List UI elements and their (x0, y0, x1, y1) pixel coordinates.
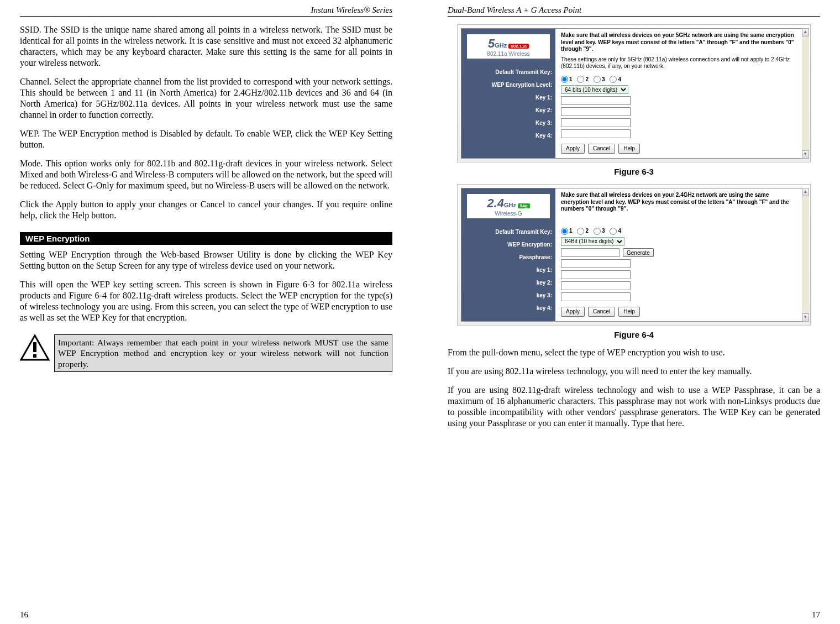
svg-rect-1 (33, 342, 36, 352)
label-key2: key 2: (461, 278, 552, 288)
key4-input[interactable] (561, 129, 631, 138)
key2-input[interactable] (561, 270, 631, 279)
para-80211a-manual: If you are using 802.11a wireless techno… (448, 366, 820, 377)
figure-6-4-screenshot: ▴ ▾ 2.4GHz 54g Wireless-G Default Transm… (457, 184, 811, 325)
cancel-button[interactable]: Cancel (588, 307, 615, 317)
key3-input[interactable] (561, 281, 631, 290)
label-key1: Key 1: (461, 93, 552, 103)
transmit-key-2-radio[interactable] (577, 228, 584, 235)
key1-input[interactable] (561, 96, 631, 105)
scroll-down-icon[interactable]: ▾ (802, 313, 809, 322)
transmit-key-4-radio[interactable] (610, 228, 617, 235)
transmit-key-1-radio[interactable] (561, 76, 568, 83)
label-encryption-level: WEP Encryption Level: (461, 80, 552, 90)
band-badge-24ghz: 2.4GHz 54g Wireless-G (467, 194, 550, 219)
label-transmit-key: Default Transmit Key: (461, 227, 552, 237)
para-80211g-passphrase: If you are using 802.11g-draft wireless … (448, 385, 820, 429)
label-key4: key 4: (461, 303, 552, 313)
key1-input[interactable] (561, 259, 631, 268)
scrollbar[interactable]: ▴ ▾ (802, 28, 809, 159)
page-number-left: 16 (20, 610, 28, 620)
scroll-up-icon[interactable]: ▴ (802, 188, 809, 196)
transmit-key-4-radio[interactable] (610, 76, 617, 83)
apply-button[interactable]: Apply (561, 144, 585, 154)
label-key3: key 3: (461, 291, 552, 301)
figure-6-4-caption: Figure 6-4 (448, 330, 820, 339)
apply-button[interactable]: Apply (561, 307, 585, 317)
para-ssid: SSID. The SSID is the unique name shared… (20, 24, 392, 69)
band-chip-54g: 54g (518, 203, 530, 208)
important-callout: Important: Always remember that each poi… (54, 334, 392, 372)
help-button[interactable]: Help (618, 307, 640, 317)
para-apply: Click the Apply button to apply your cha… (20, 199, 392, 221)
label-transmit-key: Default Transmit Key: (461, 67, 552, 77)
scroll-up-icon[interactable]: ▴ (802, 28, 809, 36)
notice-5ghz-2: These settings are only for 5GHz (802.11… (561, 56, 799, 70)
label-key1: key 1: (461, 265, 552, 275)
label-passphrase: Passphrase: (461, 253, 552, 263)
scrollbar[interactable]: ▴ ▾ (802, 188, 809, 321)
key2-input[interactable] (561, 107, 631, 116)
generate-button[interactable]: Generate (623, 248, 654, 257)
para-wep-setting: Setting WEP Encryption through the Web-b… (20, 249, 392, 271)
para-channel: Channel. Select the appropriate channel … (20, 76, 392, 120)
svg-rect-2 (33, 354, 36, 358)
para-mode: Mode. This option works only for 802.11b… (20, 158, 392, 191)
passphrase-input[interactable] (561, 248, 620, 257)
band-chip-80211a: 802.11a (508, 44, 529, 49)
transmit-key-1-radio[interactable] (561, 228, 568, 235)
key4-input[interactable] (561, 292, 631, 301)
help-button[interactable]: Help (618, 144, 640, 154)
label-key4: Key 4: (461, 131, 552, 141)
transmit-key-3-radio[interactable] (594, 76, 601, 83)
wep-encryption-select[interactable]: 64Bit (10 hex digits) (561, 237, 624, 246)
transmit-key-2-radio[interactable] (577, 76, 584, 83)
warning-triangle-icon (20, 334, 50, 361)
scroll-down-icon[interactable]: ▾ (802, 150, 809, 159)
label-encryption: WEP Encryption: (461, 240, 552, 250)
page-number-right: 17 (812, 610, 820, 620)
transmit-key-3-radio[interactable] (594, 228, 601, 235)
para-wep-screen: This will open the WEP key setting scree… (20, 279, 392, 323)
figure-6-3-screenshot: ▴ ▾ 5GHz 802.11a 802.11a Wireless Defaul… (457, 24, 811, 162)
running-head-right: Dual-Band Wireless A + G Access Point (448, 6, 820, 17)
key3-input[interactable] (561, 118, 631, 127)
figure-6-3-caption: Figure 6-3 (448, 167, 820, 176)
para-pulldown: From the pull-down menu, select the type… (448, 347, 820, 358)
wep-encryption-level-select[interactable]: 64 bits (10 hex digits) (561, 85, 628, 94)
label-key2: Key 2: (461, 106, 552, 116)
band-badge-5ghz: 5GHz 802.11a 802.11a Wireless (467, 34, 550, 60)
notice-24ghz: Make sure that all wireless devices on y… (561, 192, 799, 213)
transmit-key-radios: 1 2 3 4 (561, 227, 799, 235)
section-bar-wep: WEP Encryption (20, 232, 392, 245)
notice-5ghz: Make sure that all wireless devices on y… (561, 32, 799, 53)
label-key3: Key 3: (461, 118, 552, 128)
cancel-button[interactable]: Cancel (588, 144, 615, 154)
transmit-key-radios: 1 2 3 4 (561, 76, 799, 83)
running-head-left: Instant Wireless® Series (20, 6, 392, 17)
para-wep: WEP. The WEP Encryption method is Disabl… (20, 128, 392, 150)
